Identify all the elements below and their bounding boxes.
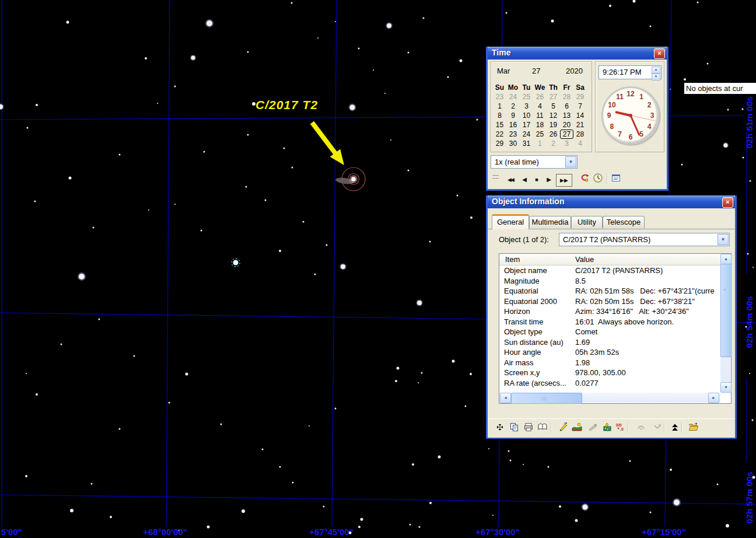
calendar-day-cell[interactable]: 20 [560, 120, 573, 130]
spin-up-icon[interactable]: ▲ [652, 67, 660, 74]
calendar-day-cell[interactable]: 12 [547, 111, 560, 120]
calendar-day-cell[interactable]: 3 [520, 102, 533, 111]
scroll-down-icon[interactable]: ▼ [720, 382, 732, 393]
object-info-titlebar[interactable]: Object Information × [488, 195, 735, 208]
star [559, 505, 561, 508]
calendar-day-cell[interactable]: 23 [493, 92, 506, 102]
altitude-graph-icon[interactable] [572, 422, 583, 434]
calendar-day-cell[interactable]: 15 [493, 120, 506, 130]
copy-icon[interactable] [509, 422, 521, 434]
h-scrollbar-thumb[interactable]: ||| [511, 393, 582, 404]
calendar-selected-day[interactable]: 27 [560, 130, 573, 139]
comet-core[interactable] [351, 177, 356, 181]
tab-multimedia[interactable]: Multimedia [529, 216, 571, 228]
ephemeris-book-icon[interactable] [537, 422, 549, 434]
rates-icon[interactable]: 0/0.0 [615, 422, 626, 434]
telescope-control-icon[interactable] [652, 422, 664, 434]
calendar-day-cell[interactable]: 8 [493, 111, 506, 120]
object-info-close-button[interactable]: × [722, 197, 733, 208]
calendar-day-cell[interactable]: 5 [547, 102, 560, 111]
calendar-day-cell[interactable]: 26 [547, 130, 560, 139]
tab-utility[interactable]: Utility [571, 216, 603, 228]
calendar-day-cell[interactable]: 28 [573, 130, 587, 139]
calendar-day-cell[interactable]: 3 [560, 139, 573, 148]
calendar-month[interactable]: Mar [497, 67, 510, 75]
rewind-button[interactable]: ◀◀ [503, 174, 517, 186]
measure-icon[interactable] [558, 422, 570, 434]
calendar-day-cell[interactable]: 25 [533, 130, 547, 139]
calendar-day-cell[interactable]: 4 [533, 102, 547, 111]
calendar-day-cell[interactable]: 7 [573, 102, 587, 111]
star [387, 23, 391, 28]
calendar-day-cell[interactable]: 10 [520, 111, 533, 120]
v-scrollbar-thumb[interactable]: ≡ [720, 264, 732, 357]
object-select[interactable]: C/2017 T2 (PANSTARRS) ▼ [559, 233, 730, 246]
tab-telescope[interactable]: Telescope [603, 216, 645, 228]
calendar-day[interactable]: 27 [532, 67, 540, 75]
calendar-day-cell[interactable]: 26 [533, 92, 547, 102]
calendar-day-cell[interactable]: 24 [506, 92, 520, 102]
time-titlebar[interactable]: Time × [488, 47, 667, 60]
star [350, 105, 355, 110]
time-spinner[interactable]: ▲ ▼ [652, 67, 660, 81]
calendar-day-cell[interactable]: 29 [493, 139, 506, 148]
calendar-day-cell[interactable]: 17 [520, 120, 533, 130]
tab-general[interactable]: General [492, 214, 529, 229]
calendar-day-cell[interactable]: 1 [493, 102, 506, 111]
chevron-down-icon[interactable]: ▼ [718, 234, 729, 245]
center-object-icon[interactable] [495, 422, 506, 434]
open-folder-icon[interactable] [688, 422, 700, 434]
calendar-day-cell[interactable]: 13 [560, 111, 573, 120]
calendar-day-cell[interactable]: 25 [520, 92, 533, 102]
fast-forward-button[interactable]: ▶▶ [556, 174, 572, 187]
star [506, 12, 508, 14]
clock-icon[interactable] [593, 173, 604, 184]
collapse-icon[interactable] [670, 422, 681, 434]
calendar-day-cell[interactable]: 24 [520, 130, 533, 139]
calendar-day-cell[interactable]: 2 [506, 102, 520, 111]
slew-telescope-icon[interactable] [587, 422, 599, 434]
night-vision-icon[interactable] [636, 422, 648, 434]
calendar-day-cell[interactable]: 29 [573, 92, 587, 102]
time-notes-icon[interactable] [611, 173, 622, 184]
calendar-day-cell[interactable]: 28 [560, 92, 573, 102]
grid-line [332, 0, 337, 527]
calendar-day-cell[interactable]: 16 [506, 120, 520, 130]
finder-chart-icon[interactable] [602, 422, 614, 434]
time-close-button[interactable]: × [654, 48, 665, 59]
calendar-year[interactable]: 2020 [566, 67, 583, 75]
play-button[interactable]: ▶ [543, 174, 555, 186]
calendar-day-cell[interactable]: 14 [573, 111, 587, 120]
column-header-value[interactable]: Value [571, 254, 724, 265]
stop-button[interactable]: ■ [531, 174, 542, 186]
calendar-day-cell[interactable]: 21 [573, 120, 587, 130]
calendar-day-cell[interactable]: 23 [506, 130, 520, 139]
chevron-down-icon[interactable]: ▼ [565, 156, 576, 167]
calendar-day-cell[interactable]: 9 [506, 111, 520, 120]
calendar-day-cell[interactable]: 22 [493, 130, 506, 139]
calendar-day-cell[interactable]: 30 [506, 139, 520, 148]
spin-down-icon[interactable]: ▼ [652, 74, 660, 81]
print-icon[interactable] [523, 422, 535, 434]
calendar-day-cell[interactable]: 27 [547, 92, 560, 102]
star [395, 380, 397, 382]
scroll-left-icon[interactable]: ◄ [500, 393, 511, 403]
grip-icon[interactable] [492, 175, 499, 181]
time-rate-select[interactable]: 1x (real time) ▼ [491, 155, 578, 169]
step-back-button[interactable]: ◀ [519, 174, 530, 186]
calendar-day-cell[interactable]: 31 [520, 139, 533, 148]
star [358, 48, 360, 50]
calendar-day-cell[interactable]: 1 [533, 139, 547, 148]
calendar-day-cell[interactable]: 19 [547, 120, 560, 130]
time-input[interactable]: 9:26:17 PM ▲ ▼ [598, 65, 662, 79]
calendar-day-cell[interactable]: 18 [533, 120, 547, 130]
star [69, 177, 72, 180]
calendar-day-cell[interactable]: 6 [560, 102, 573, 111]
revert-time-icon[interactable] [579, 173, 591, 184]
column-header-item[interactable]: Item [499, 254, 577, 265]
scroll-up-icon[interactable]: ▲ [720, 254, 732, 264]
calendar-day-cell[interactable]: 4 [573, 139, 587, 148]
calendar-day-cell[interactable]: 11 [533, 111, 547, 120]
calendar-day-cell[interactable]: 2 [547, 139, 560, 148]
scroll-right-icon[interactable]: ► [708, 393, 719, 403]
